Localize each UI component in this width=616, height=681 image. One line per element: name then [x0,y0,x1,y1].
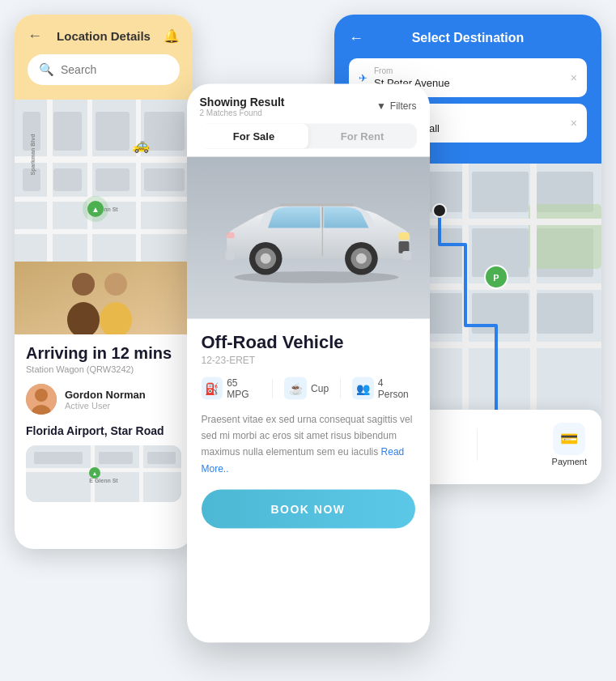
svg-text:🚕: 🚕 [132,136,151,154]
svg-rect-32 [139,445,143,502]
search-input[interactable] [61,63,168,76]
svg-rect-35 [147,452,176,464]
cup-icon: ☕ [284,377,307,399]
svg-point-27 [35,389,48,402]
person-label: 4 Person [378,377,415,399]
location-header: ← Location Details 🔔 🔍 [15,15,193,100]
svg-rect-8 [53,112,82,151]
location-map: Sparkman Blvd E Glenn St ▲ 🚕 [15,100,193,262]
payment-button[interactable]: 💳 Payment [552,423,587,466]
svg-rect-5 [87,100,92,262]
location-search-bar[interactable]: 🔍 [28,54,180,85]
vehicle-description: Praesent vitae ex sed urna consequat sag… [202,411,415,477]
driver-status: Active User [65,401,146,411]
cup-spec: ☕ Cup [284,377,329,399]
filter-label: Filters [390,100,417,112]
location-card: ← Location Details 🔔 🔍 [15,15,193,549]
driver-info: Gordon Norman Active User [65,389,146,411]
vehicle-image-area [187,156,430,318]
svg-rect-69 [227,232,234,237]
arriving-text: Arriving in 12 mins [26,344,181,363]
vehicle-top-bar: Showing Result 2 Matches Found ▼ Filters [187,83,430,123]
mini-map: E Glenn St ▲ [26,445,181,502]
svg-text:P: P [493,273,499,283]
driver-photo [15,262,193,334]
driver-row: Gordon Norman Active User [26,384,181,415]
vehicle-info-area: Off-Road Vehicle 12-23-ERET ⛽ 65 MPG ☕ C… [187,318,430,477]
svg-rect-3 [15,229,193,234]
destination-back-button[interactable]: ← [349,30,363,47]
location-body: Arriving in 12 mins Station Wagon (QRW32… [15,334,193,512]
vehicle-specs: ⛽ 65 MPG ☕ Cup 👥 4 Person [202,377,415,399]
from-clear-button[interactable]: × [571,71,577,84]
spec-divider-2 [340,378,341,398]
person-spec: 👥 4 Person [352,377,414,399]
person-icon: 👥 [352,377,374,399]
svg-text:Sparkman Blvd: Sparkman Blvd [30,134,36,176]
svg-rect-68 [398,232,409,239]
fuel-label: 65 MPG [227,377,261,399]
location-back-button[interactable]: ← [28,28,42,45]
matches-found-text: 2 Matches Found [200,108,285,117]
svg-rect-4 [47,100,53,262]
fuel-spec: ⛽ 65 MPG [202,377,261,399]
vehicle-card: Showing Result 2 Matches Found ▼ Filters… [187,83,430,642]
svg-rect-79 [278,202,353,206]
svg-rect-51 [537,293,593,334]
tab-for-sale[interactable]: For Sale [200,123,308,148]
svg-rect-50 [472,293,529,334]
location-title: Location Details [57,29,151,43]
location-title-row: ← Location Details 🔔 [28,29,180,43]
svg-rect-30 [26,468,181,472]
svg-rect-78 [402,251,411,260]
vehicle-tabs: For Sale For Rent [200,123,417,148]
search-icon: 🔍 [39,62,54,77]
fuel-icon: ⛽ [202,377,223,399]
svg-rect-1 [15,156,193,163]
filter-icon: ▼ [376,100,386,112]
svg-rect-9 [96,112,130,151]
svg-rect-42 [472,172,529,212]
svg-text:▲: ▲ [92,470,98,476]
payment-label: Payment [552,457,587,466]
svg-rect-34 [99,452,133,464]
svg-text:E Glenn St: E Glenn St [89,478,118,483]
svg-rect-77 [225,251,234,260]
to-clear-button[interactable]: × [571,117,577,130]
svg-rect-12 [53,168,82,191]
vehicle-id: 12-23-ERET [202,354,415,365]
driver-name: Gordon Norman [65,389,146,401]
svg-rect-14 [144,168,185,191]
showing-result-section: Showing Result 2 Matches Found [200,95,285,117]
price-divider [477,428,478,461]
vehicle-image [211,187,406,287]
svg-rect-33 [34,452,83,464]
svg-point-22 [72,273,95,296]
svg-rect-10 [144,112,185,151]
driver-avatar [26,384,57,415]
tab-for-rent[interactable]: For Rent [308,123,417,148]
svg-point-24 [104,273,127,296]
svg-rect-6 [136,100,141,262]
showing-result-text: Showing Result [200,95,285,108]
svg-point-59 [433,204,446,217]
svg-text:▲: ▲ [91,205,100,214]
book-now-button[interactable]: BOOK NOW [202,490,415,529]
vehicle-info: Station Wagon (QRW3242) [26,364,181,374]
location-address: Florida Airport, Star Road [26,424,181,437]
destination-title: Select Destination [412,31,525,45]
filters-button[interactable]: ▼ Filters [376,100,417,112]
from-location-icon: ✈ [359,72,367,84]
payment-icon: 💳 [553,423,585,455]
cup-label: Cup [311,382,329,394]
vehicle-name: Off-Road Vehicle [202,331,415,352]
from-label: From [374,66,564,75]
svg-point-73 [260,253,270,263]
svg-rect-52 [529,204,601,269]
spec-divider-1 [272,378,273,398]
svg-rect-13 [96,168,130,191]
svg-point-76 [355,253,366,263]
bell-icon[interactable]: 🔔 [164,28,180,44]
destination-title-row: ← Select Destination [349,31,587,45]
